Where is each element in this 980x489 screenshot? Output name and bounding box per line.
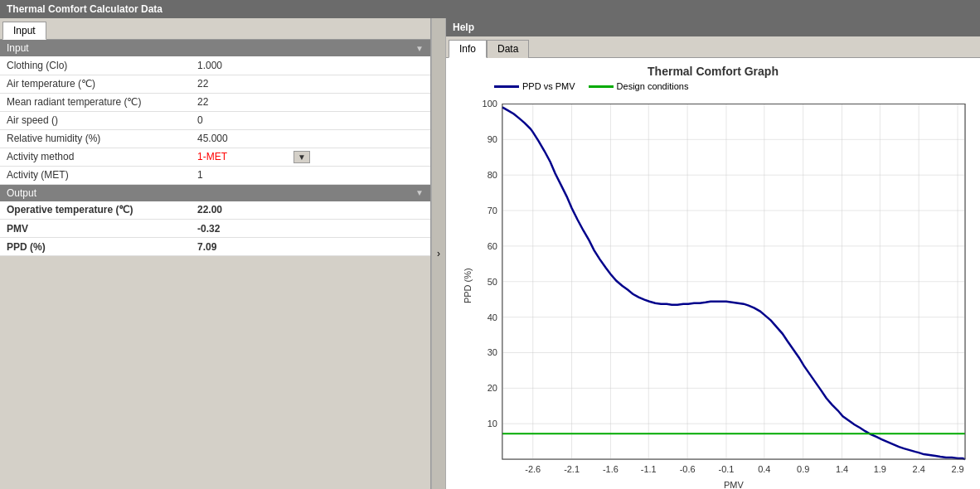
x-tick-24: 2.4 — [913, 464, 925, 474]
x-tick-n26: -2.6 — [525, 464, 541, 474]
tab-info[interactable]: Info — [449, 40, 487, 58]
chart-container: 100 90 80 70 60 50 40 30 20 10 -2.6 -2.1… — [461, 94, 973, 489]
x-tick-29: 2.9 — [951, 464, 963, 474]
output-table: Operative temperature (℃) 22.00 PMV -0.3… — [0, 201, 430, 257]
pmv-value: -0.32 — [191, 220, 430, 238]
legend-ppd-label: PPD vs PMV — [522, 81, 575, 91]
table-row: Air temperature (℃) 22 — [0, 75, 430, 93]
x-tick-14: 1.4 — [836, 464, 848, 474]
activity-method-value[interactable]: 1-MET ▼ — [191, 148, 430, 166]
x-tick-n06: -0.6 — [680, 464, 696, 474]
table-row: Activity (MET) 1 — [0, 166, 430, 184]
legend-design-label: Design conditions — [617, 81, 689, 91]
y-tick-30: 30 — [488, 347, 497, 357]
ppd-label: PPD (%) — [0, 238, 191, 256]
y-tick-70: 70 — [488, 206, 497, 215]
ppd-value: 7.09 — [191, 238, 430, 256]
x-tick-04: 0.4 — [758, 464, 770, 474]
y-tick-40: 40 — [488, 312, 497, 322]
collapse-input-icon[interactable]: ▼ — [415, 44, 424, 53]
table-row: Relative humidity (%) 45.000 — [0, 129, 430, 148]
legend-design: Design conditions — [589, 81, 689, 91]
app-title: Thermal Comfort Calculator Data — [7, 3, 163, 15]
mrt-label: Mean radiant temperature (℃) — [0, 93, 191, 111]
legend-ppd-line — [494, 85, 519, 88]
humidity-value[interactable]: 45.000 — [191, 129, 430, 148]
y-tick-50: 50 — [488, 277, 497, 287]
x-tick-09: 0.9 — [797, 464, 809, 474]
tab-input[interactable]: Input — [2, 22, 46, 40]
op-temp-value: 22.00 — [191, 201, 430, 220]
tab-data[interactable]: Data — [487, 40, 529, 58]
humidity-label: Relative humidity (%) — [0, 129, 191, 148]
table-row: PPD (%) 7.09 — [0, 238, 430, 256]
help-title: Help — [453, 22, 474, 33]
table-row: Mean radiant temperature (℃) 22 — [0, 93, 430, 111]
chart-svg: 100 90 80 70 60 50 40 30 20 10 -2.6 -2.1… — [461, 94, 973, 489]
collapse-arrow-icon: › — [437, 248, 440, 259]
input-table: Clothing (Clo) 1.000 Air temperature (℃)… — [0, 56, 430, 185]
table-row: Operative temperature (℃) 22.00 — [0, 201, 430, 220]
output-section-header: Output ▼ — [0, 185, 430, 201]
air-temp-label: Air temperature (℃) — [0, 75, 191, 93]
activity-method-text: 1-MET — [197, 151, 227, 162]
op-temp-label: Operative temperature (℃) — [0, 201, 191, 220]
graph-area: Thermal Comfort Graph PPD vs PMV Design … — [446, 58, 980, 489]
x-tick-n01: -0.1 — [719, 464, 735, 474]
table-row: Air speed () 0 — [0, 111, 430, 129]
x-tick-19: 1.9 — [874, 464, 886, 474]
y-tick-60: 60 — [488, 241, 497, 251]
pmv-label: PMV — [0, 220, 191, 238]
input-section-header: Input ▼ — [0, 40, 430, 56]
y-tick-20: 20 — [488, 383, 497, 393]
activity-method-label: Activity method — [0, 148, 191, 166]
y-tick-80: 80 — [488, 170, 497, 180]
x-tick-n21: -2.1 — [564, 464, 580, 474]
x-tick-n11: -1.1 — [641, 464, 657, 474]
activity-met-value[interactable]: 1 — [191, 166, 430, 184]
clothing-label: Clothing (Clo) — [0, 56, 191, 75]
air-temp-value[interactable]: 22 — [191, 75, 430, 93]
y-tick-90: 90 — [488, 134, 497, 144]
y-tick-100: 100 — [483, 99, 497, 109]
activity-met-label: Activity (MET) — [0, 166, 191, 184]
legend-design-line — [589, 85, 614, 88]
table-row: PMV -0.32 — [0, 220, 430, 238]
air-speed-value[interactable]: 0 — [191, 111, 430, 129]
x-tick-n16: -1.6 — [603, 464, 619, 474]
air-speed-label: Air speed () — [0, 111, 191, 129]
x-axis-label: PMV — [724, 480, 744, 489]
dropdown-arrow-icon[interactable]: ▼ — [294, 151, 310, 163]
graph-title: Thermal Comfort Graph — [453, 65, 973, 78]
table-row: Clothing (Clo) 1.000 — [0, 56, 430, 75]
legend-ppd: PPD vs PMV — [494, 81, 575, 91]
clothing-value[interactable]: 1.000 — [191, 56, 430, 75]
y-tick-10: 10 — [488, 419, 497, 428]
panel-collapse-button[interactable]: › — [431, 18, 446, 489]
y-axis-label: PPD (%) — [463, 268, 473, 303]
mrt-value[interactable]: 22 — [191, 93, 430, 111]
table-row: Activity method 1-MET ▼ — [0, 148, 430, 166]
graph-legend: PPD vs PMV Design conditions — [494, 81, 973, 91]
collapse-output-icon[interactable]: ▼ — [415, 188, 424, 197]
